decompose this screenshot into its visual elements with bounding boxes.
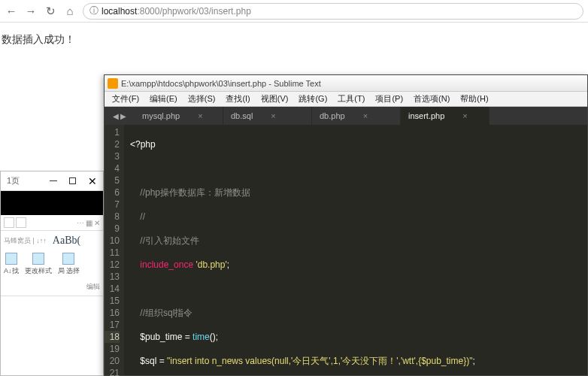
info-icon: ⓘ: [89, 5, 99, 17]
menu-view[interactable]: 视图(V): [256, 93, 293, 105]
tab-nav[interactable]: ◀ ▶: [105, 107, 135, 125]
page-content: 数据插入成功！: [0, 23, 588, 57]
style-sample[interactable]: AaBb(: [53, 235, 80, 247]
url-path: :8000/phpwork/03/insert.php: [137, 6, 250, 17]
address-bar[interactable]: ⓘ localhost:8000/phpwork/03/insert.php: [83, 3, 583, 20]
menu-tools[interactable]: 工具(T): [333, 93, 369, 105]
ribbon-select[interactable]: 局 选择: [58, 253, 80, 276]
menu-project[interactable]: 项目(P): [371, 93, 408, 105]
tab-insert[interactable]: insert.php×: [401, 107, 489, 125]
sublime-window: E:\xampp\htdocs\phpwork\03\insert.php - …: [104, 74, 588, 376]
minimize-icon[interactable]: [50, 180, 57, 181]
forward-button[interactable]: →: [24, 5, 38, 18]
sublime-title-text: E:\xampp\htdocs\phpwork\03\insert.php - …: [121, 79, 321, 88]
back-button[interactable]: ←: [5, 5, 18, 18]
tab-close-icon[interactable]: ×: [271, 111, 275, 120]
menu-edit[interactable]: 编辑(E): [145, 93, 182, 105]
ribbon-change-style[interactable]: 更改样式: [25, 253, 52, 276]
ribbon-find[interactable]: A↓找: [4, 253, 19, 276]
browser-toolbar: ← → ↻ ⌂ ⓘ localhost:8000/phpwork/03/inse…: [0, 0, 588, 23]
find-icon: [5, 253, 17, 265]
menu-goto[interactable]: 跳转(G): [294, 93, 332, 105]
background-mini-toolbar: ⋯ ▦ ✕: [1, 215, 103, 231]
menu-help[interactable]: 帮助(H): [456, 93, 493, 105]
sublime-titlebar[interactable]: E:\xampp\htdocs\phpwork\03\insert.php - …: [105, 75, 587, 92]
url-host: localhost: [102, 6, 137, 17]
sublime-tabbar: ◀ ▶ mysql.php× db.sql× db.php× insert.ph…: [105, 107, 587, 125]
code-body[interactable]: <?php //php操作数据库：新增数据 // //引入初始文件 includ…: [124, 125, 587, 375]
tab-close-icon[interactable]: ×: [198, 111, 202, 120]
background-window-controls: 1页 ✕: [1, 171, 103, 191]
menu-prefs[interactable]: 首选项(N): [409, 93, 454, 105]
background-dark-strip: [1, 191, 103, 215]
sublime-menu-bar: 文件(F) 编辑(E) 选择(S) 查找(I) 视图(V) 跳转(G) 工具(T…: [105, 92, 587, 107]
tab-mysql[interactable]: mysql.php×: [135, 107, 223, 125]
menu-file[interactable]: 文件(F): [108, 93, 144, 105]
maximize-icon[interactable]: [69, 177, 76, 184]
menu-find[interactable]: 查找(I): [221, 93, 254, 105]
close-icon[interactable]: ✕: [88, 175, 97, 187]
tab-close-icon[interactable]: ×: [363, 111, 368, 120]
reload-button[interactable]: ↻: [44, 5, 57, 18]
tab-close-icon[interactable]: ×: [462, 111, 467, 120]
page-label: 1页: [7, 175, 20, 186]
home-button[interactable]: ⌂: [63, 5, 77, 18]
select-icon: [62, 253, 74, 265]
line-gutter: 1 2 3 4 5 6 7 8 9 10 11 12 13 14 15 16 1…: [105, 125, 124, 375]
sublime-app-icon: [108, 78, 118, 89]
ribbon-styles: 马蜂窝员 | ↓↑↑ AaBb( A↓找 更改样式 局 选择 编辑: [1, 231, 103, 296]
toolbar-chip[interactable]: [16, 217, 26, 228]
background-window: 1页 ✕ ⋯ ▦ ✕ 马蜂窝员 | ↓↑↑ AaBb( A↓找 更改样式 局 选…: [0, 171, 104, 376]
menu-select[interactable]: 选择(S): [183, 93, 220, 105]
tab-dbsql[interactable]: db.sql×: [223, 107, 312, 125]
style-icon: [32, 253, 44, 265]
result-message: 数据插入成功！: [2, 33, 75, 45]
ribbon-group-label: 编辑: [4, 282, 100, 292]
toolbar-chip[interactable]: [4, 217, 14, 228]
code-editor[interactable]: 1 2 3 4 5 6 7 8 9 10 11 12 13 14 15 16 1…: [105, 125, 587, 375]
tab-dbphp[interactable]: db.php×: [312, 107, 401, 125]
